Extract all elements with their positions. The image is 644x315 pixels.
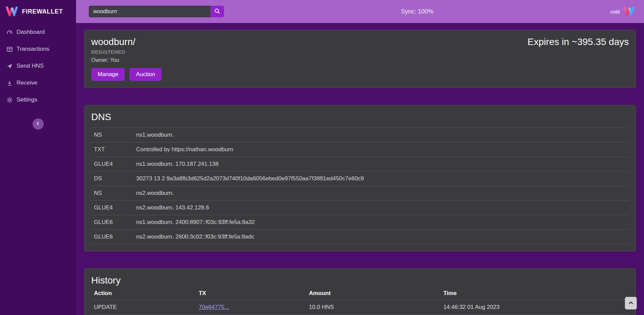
dns-record-row: DS 30273 13 2 9a3a8fb3d625d2a2073d740f10…	[91, 172, 629, 186]
history-col-action: Action	[91, 287, 196, 300]
dns-record-value: ns2.woodburn. 2600:3c02::f03c:93ff:fe5a:…	[133, 230, 629, 244]
auction-button[interactable]: Auction	[129, 68, 162, 81]
scroll-to-top-button[interactable]	[625, 297, 637, 310]
sidebar-item-label: Settings	[17, 96, 37, 103]
domain-card: woodburn/ REGISTERED Owner: You Manage A…	[84, 30, 636, 88]
dns-record-type: GLUE6	[91, 230, 133, 244]
dns-record-type: GLUE4	[91, 157, 133, 172]
history-action: UPDATE	[91, 300, 196, 315]
brand: FIREWALLET	[0, 0, 76, 23]
domain-status: REGISTERED	[91, 49, 162, 55]
sidebar-item-send-hns[interactable]: Send HNS	[0, 58, 76, 74]
history-header-row: Action TX Amount Time	[91, 287, 629, 300]
brand-name: FIREWALLET	[22, 8, 63, 15]
dns-record-type: TXT	[91, 142, 133, 157]
dns-record-row: GLUE4 ns1.woodburn. 170.187.241.138	[91, 157, 629, 172]
history-row: UPDATE 70e64775... 10.0 HNS 14:46:32 01 …	[91, 300, 629, 315]
content: woodburn/ REGISTERED Owner: You Manage A…	[76, 23, 644, 315]
transactions-icon	[6, 46, 13, 52]
search-button[interactable]	[210, 6, 224, 17]
dns-record-row: TXT Controlled by https://nathan.woodbur…	[91, 142, 629, 157]
dns-record-row: GLUE6 ns2.woodburn. 2600:3c02::f03c:93ff…	[91, 230, 629, 244]
dns-record-row: NS ns2.woodburn.	[91, 186, 629, 201]
dns-table: NS ns1.woodburn. TXT Controlled by https…	[91, 128, 629, 244]
history-card: History Action TX Amount Time	[84, 268, 636, 315]
history-col-amount: Amount	[306, 287, 441, 300]
domain-name: woodburn/	[91, 37, 162, 47]
sidebar: FIREWALLET Dashboard	[0, 0, 76, 315]
dns-record-type: NS	[91, 128, 133, 142]
domain-actions: Manage Auction	[91, 68, 162, 81]
search-icon	[214, 8, 220, 15]
sidebar-item-label: Dashboard	[17, 29, 45, 36]
wallet-indicator: cold	[610, 6, 635, 17]
sidebar-item-label: Receive	[17, 80, 37, 86]
chevron-up-icon	[628, 300, 634, 307]
firewallet-logo-icon	[5, 5, 18, 18]
sync-status: Sync: 100%	[401, 8, 434, 15]
dns-title: DNS	[91, 112, 629, 122]
history-title: History	[91, 275, 629, 286]
receive-icon	[6, 80, 13, 86]
chevron-left-icon	[35, 120, 41, 128]
dns-record-value: ns1.woodburn.	[133, 128, 629, 142]
dashboard-icon	[6, 29, 13, 36]
sidebar-item-label: Transactions	[17, 46, 49, 52]
sidebar-item-dashboard[interactable]: Dashboard	[0, 24, 76, 41]
sidebar-nav: Dashboard Transactions S	[0, 24, 76, 108]
dns-record-value: ns2.woodburn. 143.42.128.6	[133, 201, 629, 215]
dns-record-value: ns1.woodburn. 170.187.241.138	[133, 157, 629, 172]
manage-button[interactable]: Manage	[91, 68, 125, 81]
dns-record-type: GLUE6	[91, 215, 133, 230]
sidebar-item-settings[interactable]: Settings	[0, 91, 76, 108]
searchbar	[89, 6, 224, 17]
history-time: 14:46:32 01 Aug 2023	[441, 300, 629, 315]
history-col-time: Time	[441, 287, 629, 300]
send-icon	[6, 63, 13, 69]
domain-info: woodburn/ REGISTERED Owner: You Manage A…	[91, 37, 162, 81]
dns-record-type: NS	[91, 186, 133, 201]
tx-link[interactable]: 70e64775...	[199, 304, 229, 310]
sidebar-item-receive[interactable]: Receive	[0, 74, 76, 91]
sidebar-collapse-button[interactable]	[32, 118, 44, 130]
dns-card: DNS NS ns1.woodburn. TXT Controlled by h…	[84, 105, 636, 251]
app-root: FIREWALLET Dashboard	[0, 0, 644, 315]
dns-record-row: NS ns1.woodburn.	[91, 128, 629, 142]
firewallet-logo-icon	[623, 6, 635, 17]
dns-record-row: GLUE6 ns1.woodburn. 2400:8907::f03c:93ff…	[91, 215, 629, 230]
dns-record-value: ns1.woodburn. 2400:8907::f03c:93ff:fe5a:…	[133, 215, 629, 230]
dns-record-value: ns2.woodburn.	[133, 186, 629, 201]
dns-record-type: DS	[91, 172, 133, 186]
dns-record-value: 30273 13 2 9a3a8fb3d625d2a2073d740f10da6…	[133, 172, 629, 186]
sidebar-item-label: Send HNS	[17, 63, 44, 69]
history-amount: 10.0 HNS	[306, 300, 441, 315]
dns-record-value: Controlled by https://nathan.woodburn	[133, 142, 629, 157]
dns-record-row: GLUE4 ns2.woodburn. 143.42.128.6	[91, 201, 629, 215]
topbar: Sync: 100% cold	[76, 0, 644, 23]
wallet-name: cold	[610, 9, 620, 15]
settings-icon	[6, 97, 13, 103]
domain-expiry: Expires in ~395.35 days	[527, 37, 629, 47]
domain-owner: Owner: You	[91, 57, 162, 63]
history-table: Action TX Amount Time UPDATE 70e64775...…	[91, 287, 629, 315]
dns-record-type: GLUE4	[91, 201, 133, 215]
search-input[interactable]	[89, 6, 210, 17]
sidebar-item-transactions[interactable]: Transactions	[0, 41, 76, 58]
history-col-tx: TX	[196, 287, 306, 300]
main-column: Sync: 100% cold	[76, 0, 644, 315]
